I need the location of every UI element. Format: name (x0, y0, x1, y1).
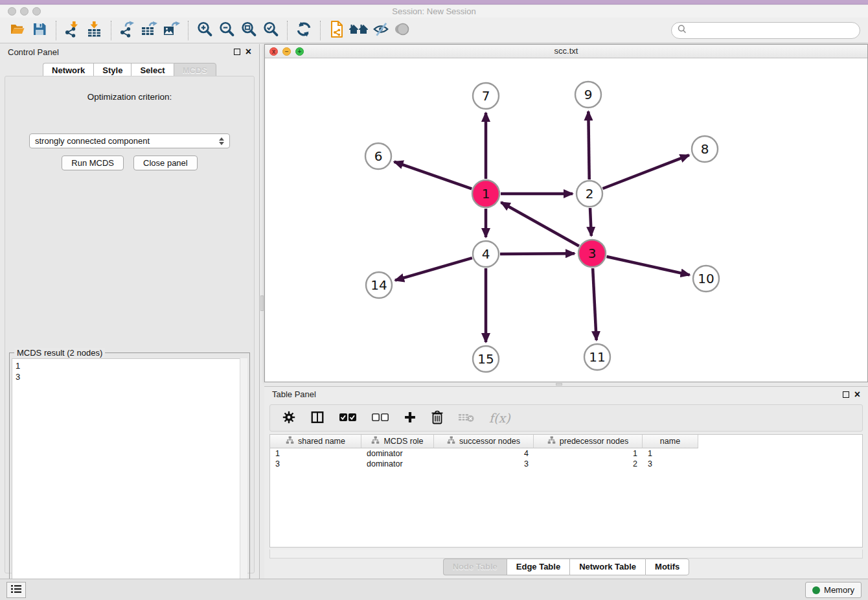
table-hscrollbar[interactable] (269, 549, 863, 559)
add-column-button[interactable] (404, 411, 417, 426)
edge-3-11[interactable] (593, 268, 597, 340)
graph-node-2[interactable]: 2 (577, 181, 602, 207)
close-panel-icon[interactable]: × (246, 49, 251, 55)
graph-node-8[interactable]: 8 (692, 136, 718, 162)
network-close-button[interactable]: x (269, 47, 278, 56)
column-selector-button[interactable] (310, 410, 325, 426)
settings-gear-button[interactable] (282, 410, 296, 426)
delete-columns-button[interactable] (431, 410, 444, 426)
edge-3-1[interactable] (501, 202, 579, 246)
cell-mcds-role[interactable]: dominator (361, 448, 434, 459)
tab-edge-table[interactable]: Edge Table (507, 559, 569, 575)
zoom-fit-button[interactable] (238, 20, 260, 41)
delete-table-button[interactable] (458, 411, 475, 425)
save-session-button[interactable] (29, 20, 51, 41)
cell-name[interactable]: 3 (643, 459, 698, 469)
window-minimize-button[interactable] (20, 7, 29, 16)
graph-node-4[interactable]: 4 (473, 241, 499, 267)
column-header-successor-nodes[interactable]: successor nodes (434, 435, 534, 448)
vertical-splitter[interactable] (259, 44, 264, 579)
column-header-name[interactable]: name (643, 435, 698, 448)
cell-successor-nodes[interactable]: 4 (434, 448, 534, 459)
cell-mcds-role[interactable]: dominator (361, 459, 434, 469)
show-hide-graphics-button[interactable] (370, 20, 392, 41)
node-label: 14 (371, 277, 387, 293)
import-table-button[interactable] (84, 20, 106, 41)
edge-2-9[interactable] (588, 111, 589, 179)
network-zoom-button[interactable]: + (295, 47, 304, 56)
home-layout-button[interactable] (348, 20, 370, 41)
column-header-mcds-role[interactable]: MCDS role (361, 435, 434, 448)
graph-node-10[interactable]: 10 (693, 266, 719, 292)
node-table[interactable]: shared nameMCDS rolesuccessor nodesprede… (269, 434, 863, 548)
cell-predecessor-nodes[interactable]: 2 (534, 459, 643, 469)
tab-motifs[interactable]: Motifs (645, 559, 689, 575)
zoom-out-button[interactable] (216, 20, 238, 41)
cell-shared-name[interactable]: 1 (270, 448, 361, 459)
graph-node-6[interactable]: 6 (365, 143, 391, 169)
zoom-selected-button[interactable] (260, 20, 282, 41)
edge-4-14[interactable] (395, 258, 472, 281)
chevron-updown-icon (219, 137, 224, 145)
trash-icon (431, 410, 444, 426)
window-zoom-button[interactable] (32, 7, 41, 16)
search-input[interactable] (687, 24, 860, 37)
optimization-dropdown[interactable]: strongly connected component (29, 133, 230, 148)
edge-3-10[interactable] (607, 257, 690, 275)
task-history-button[interactable] (6, 582, 26, 598)
table-row[interactable]: 3dominator323 (270, 459, 862, 469)
edge-1-6[interactable] (394, 162, 472, 189)
open-file-button[interactable] (6, 20, 29, 41)
zoom-in-button[interactable] (194, 20, 216, 41)
export-table-button[interactable] (139, 20, 161, 41)
toolbar-separator (56, 21, 56, 40)
column-header-predecessor-nodes[interactable]: predecessor nodes (534, 435, 643, 448)
edge-2-8[interactable] (603, 155, 689, 189)
graph-node-15[interactable]: 15 (473, 346, 499, 372)
export-image-button[interactable] (161, 20, 183, 41)
edge-2-3[interactable] (590, 208, 591, 236)
splitter-handle[interactable] (260, 295, 264, 311)
tab-network-table[interactable]: Network Table (569, 559, 645, 575)
graph-node-14[interactable]: 14 (366, 272, 392, 298)
result-scrollbar[interactable] (240, 358, 247, 598)
tab-node-table[interactable]: Node Table (443, 559, 507, 575)
graph-node-11[interactable]: 11 (584, 344, 610, 370)
cell-shared-name[interactable]: 3 (270, 459, 361, 469)
run-mcds-button[interactable]: Run MCDS (62, 156, 124, 170)
network-view-window: x – + scc.txt 1234678910111415 (264, 44, 868, 382)
select-all-rows-button[interactable] (339, 412, 357, 424)
export-network-button[interactable] (117, 20, 139, 41)
float-panel-icon[interactable] (234, 49, 240, 55)
render-detail-button[interactable] (392, 20, 414, 41)
cell-successor-nodes[interactable]: 3 (434, 459, 534, 469)
deselect-all-rows-button[interactable] (371, 412, 389, 424)
cell-predecessor-nodes[interactable]: 1 (534, 448, 643, 459)
window-close-button[interactable] (8, 7, 16, 16)
close-panel-icon[interactable]: × (854, 391, 860, 398)
network-graph[interactable]: 1234678910111415 (265, 58, 867, 382)
toolbar-separator (320, 21, 321, 40)
close-panel-button[interactable]: Close panel (133, 156, 198, 170)
graph-node-9[interactable]: 9 (575, 82, 601, 108)
column-header-shared-name[interactable]: shared name (270, 435, 361, 448)
node-label: 6 (374, 148, 383, 164)
memory-button[interactable]: Memory (805, 582, 862, 598)
float-panel-icon[interactable] (843, 391, 849, 398)
graph-node-1[interactable]: 1 (472, 180, 499, 207)
graph-node-7[interactable]: 7 (473, 83, 499, 109)
mcds-result-lines[interactable]: 13 (12, 358, 247, 598)
splitter-handle[interactable] (556, 383, 562, 386)
network-window-titlebar[interactable]: x – + scc.txt (265, 45, 867, 58)
table-row[interactable]: 1dominator411 (270, 448, 862, 459)
refresh-view-button[interactable] (293, 20, 315, 41)
import-network-button[interactable] (62, 20, 84, 41)
cell-name[interactable]: 1 (643, 448, 698, 459)
network-minimize-button[interactable]: – (282, 47, 291, 56)
function-builder-button[interactable]: f(x) (489, 411, 510, 425)
open-session-file-button[interactable] (326, 20, 348, 41)
graph-node-3[interactable]: 3 (578, 240, 606, 267)
network-canvas[interactable]: 1234678910111415 (265, 58, 867, 382)
home-icon (348, 21, 369, 39)
edge-4-3[interactable] (500, 253, 575, 254)
